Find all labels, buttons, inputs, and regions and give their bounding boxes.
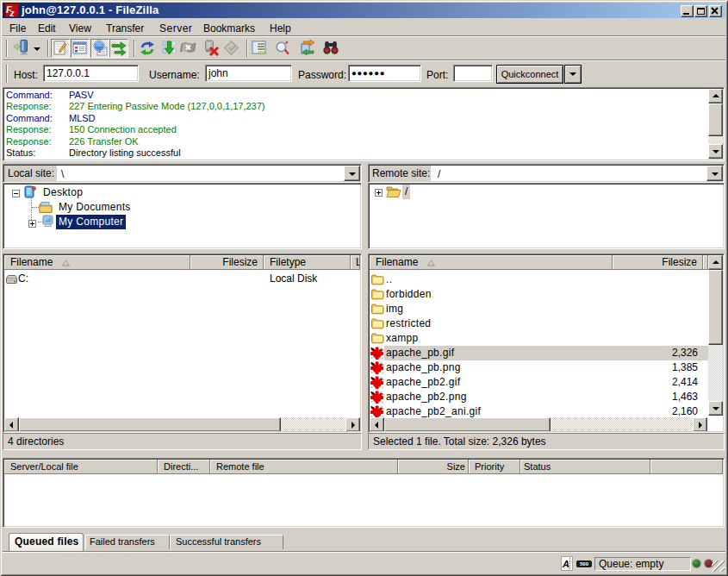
svg-text:z: z xyxy=(9,9,15,17)
